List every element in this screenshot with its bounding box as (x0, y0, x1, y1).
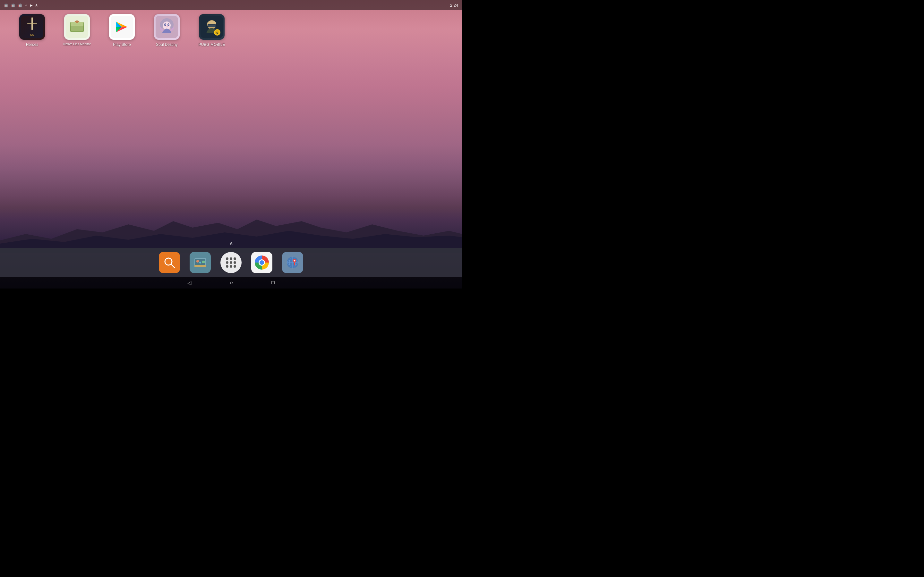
app-heroes[interactable]: EA Heroes (19, 14, 45, 47)
play-store-label: Play Store (113, 42, 131, 47)
pubg-icon: G (199, 14, 225, 40)
svg-point-21 (168, 24, 169, 25)
svg-rect-0 (21, 16, 43, 38)
play-store-icon (109, 14, 135, 40)
drawer-dots-grid (226, 258, 236, 268)
app-pubg[interactable]: G PUBG MOBILE (199, 14, 225, 47)
drawer-dot-8 (230, 265, 232, 268)
svg-text:G: G (216, 32, 218, 34)
recent-button[interactable]: □ (271, 280, 275, 285)
drawer-arrow[interactable]: ∧ (229, 240, 233, 247)
a-status-icon: A (35, 3, 37, 7)
drawer-dot-3 (234, 258, 236, 260)
heroes-icon: EA (19, 14, 45, 40)
arrow-status-icon: ▶ (30, 3, 33, 7)
drawer-dot-2 (230, 258, 232, 260)
svg-rect-2 (31, 17, 33, 30)
home-button[interactable]: ○ (230, 280, 233, 285)
app-soul-destiny[interactable]: Soul Destiny (154, 14, 180, 47)
soul-destiny-icon (154, 14, 180, 40)
check-status-icon: ✓ (25, 3, 27, 7)
drawer-dot-5 (230, 261, 232, 264)
svg-point-17 (163, 21, 171, 29)
svg-line-31 (171, 264, 174, 268)
dock-maps[interactable] (282, 252, 303, 273)
soul-destiny-label: Soul Destiny (156, 42, 178, 47)
app-native-libs[interactable]: Native Libs Monitor (64, 14, 90, 47)
dock-chrome[interactable] (251, 252, 272, 273)
svg-text:EA: EA (30, 33, 34, 36)
dock (0, 248, 462, 277)
android-status-icon-3: 🤖 (18, 3, 23, 7)
app-drawer-button[interactable] (220, 252, 242, 273)
svg-rect-26 (208, 25, 215, 27)
svg-point-10 (76, 21, 78, 23)
chrome-center (258, 259, 265, 266)
svg-rect-36 (202, 261, 205, 263)
mountain-silhouette (0, 215, 462, 253)
dock-facetune[interactable] (190, 252, 211, 273)
native-libs-icon (64, 14, 90, 40)
svg-rect-37 (194, 265, 206, 267)
app-grid: EA Heroes Native Libs Monitor (19, 14, 443, 47)
back-button[interactable]: ◁ (187, 280, 191, 286)
drawer-dot-6 (234, 261, 236, 264)
android-status-icon-1: 🤖 (4, 3, 8, 7)
dock-search[interactable] (159, 252, 180, 273)
status-time: 2:24 (450, 3, 458, 8)
svg-point-34 (196, 260, 199, 263)
nav-bar: ◁ ○ □ (0, 277, 462, 288)
drawer-dot-4 (226, 261, 228, 264)
pubg-label: PUBG MOBILE (199, 42, 225, 47)
drawer-dot-9 (234, 265, 236, 268)
chrome-icon (255, 255, 269, 269)
heroes-label: Heroes (26, 42, 39, 47)
svg-point-35 (199, 261, 201, 263)
android-status-icon-2: 🤖 (11, 3, 15, 7)
status-bar-left: 🤖 🤖 🤖 ✓ ▶ A (4, 3, 37, 7)
drawer-dot-1 (226, 258, 228, 260)
svg-rect-1 (21, 16, 43, 38)
drawer-dot-7 (226, 265, 228, 268)
app-play-store[interactable]: Play Store (109, 14, 135, 47)
status-bar: 🤖 🤖 🤖 ✓ ▶ A 2:24 (0, 0, 462, 10)
svg-rect-3 (27, 23, 37, 24)
svg-point-44 (294, 260, 296, 261)
svg-point-20 (165, 24, 166, 25)
native-libs-label: Native Libs Monitor (63, 42, 91, 46)
